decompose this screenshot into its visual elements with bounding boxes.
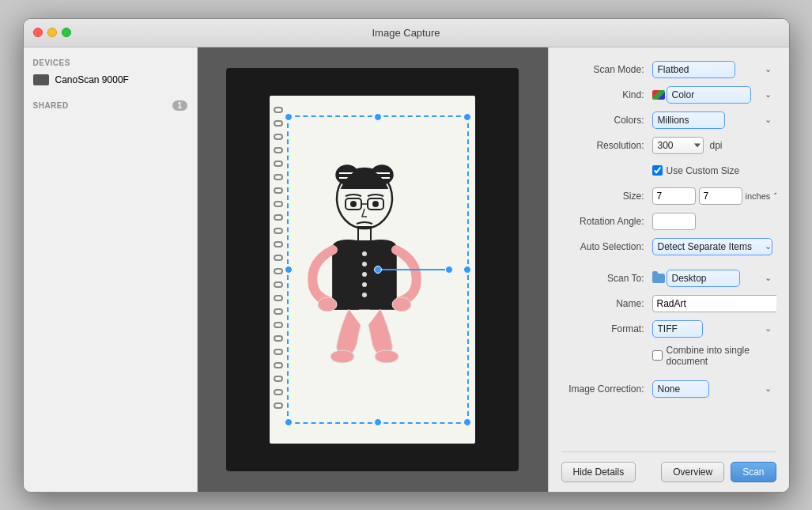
kind-dropdown[interactable]: Color Black & White Text — [667, 86, 751, 104]
device-item-canoscan[interactable]: CanoScan 9000F — [24, 70, 197, 89]
svg-point-19 — [362, 272, 367, 277]
svg-point-17 — [362, 251, 367, 256]
auto-selection-row: Auto Selection: Detect Separate Items No… — [561, 237, 776, 256]
combine-row: Combine into single document — [561, 345, 776, 367]
format-label: Format: — [561, 323, 652, 334]
image-correction-dropdown-wrapper: None Manual — [652, 380, 776, 398]
colors-row: Colors: Millions Thousands 256 — [561, 111, 776, 130]
svg-point-20 — [362, 282, 367, 287]
size-unit-wrapper: inches ⌃ — [746, 191, 776, 201]
resolution-label: Resolution: — [561, 140, 652, 151]
window-title: Image Capture — [372, 27, 440, 39]
svg-point-18 — [362, 262, 367, 266]
colors-dropdown[interactable]: Millions Thousands 256 — [652, 111, 725, 129]
colors-label: Colors: — [561, 115, 652, 126]
sidebar: DEVICES CanoScan 9000F SHARED 1 — [24, 47, 198, 492]
traffic-lights — [33, 28, 71, 37]
svg-point-11 — [372, 201, 379, 207]
svg-point-14 — [392, 297, 411, 312]
main-content: DEVICES CanoScan 9000F SHARED 1 — [24, 47, 789, 492]
devices-section-title: DEVICES — [24, 55, 197, 70]
minimize-button[interactable] — [47, 28, 57, 37]
size-unit-stepper[interactable]: ⌃ — [772, 191, 776, 200]
kind-row: Kind: Color Black & White Text — [561, 85, 776, 104]
folder-icon — [652, 274, 665, 283]
image-correction-row: Image Correction: None Manual — [561, 380, 776, 399]
name-input[interactable] — [652, 295, 776, 312]
svg-point-16 — [375, 350, 398, 363]
close-button[interactable] — [33, 28, 43, 37]
rotation-input[interactable]: 0° — [652, 213, 696, 230]
settings-footer: Hide Details Overview Scan — [561, 451, 776, 492]
name-label: Name: — [561, 298, 652, 309]
image-correction-label: Image Correction: — [561, 383, 652, 395]
svg-point-21 — [362, 293, 367, 297]
rotation-label: Rotation Angle: — [561, 216, 652, 227]
combine-checkbox[interactable] — [652, 350, 663, 361]
sketch-drawing — [285, 135, 444, 372]
color-swatch-icon — [652, 90, 665, 100]
format-dropdown[interactable]: TIFF JPEG PNG PDF — [652, 320, 703, 338]
colors-dropdown-wrapper: Millions Thousands 256 — [652, 111, 776, 129]
scan-button[interactable]: Scan — [731, 462, 776, 482]
settings-panel: Scan Mode: Flatbed Transparency Kind: — [548, 47, 789, 492]
scan-to-dropdown-wrapper: Desktop Documents Pictures — [652, 270, 776, 287]
scan-area — [262, 96, 483, 444]
scan-to-dropdown[interactable]: Desktop Documents Pictures — [667, 270, 740, 287]
rotation-row: Rotation Angle: 0° — [561, 212, 776, 231]
scanner-icon — [33, 74, 49, 85]
dpi-label: dpi — [710, 140, 723, 151]
svg-point-10 — [350, 201, 357, 207]
scan-to-label: Scan To: — [561, 273, 652, 284]
svg-point-15 — [330, 350, 354, 363]
format-dropdown-wrapper: TIFF JPEG PNG PDF — [652, 320, 776, 338]
shared-badge: 1 — [172, 100, 187, 111]
size-height-input[interactable] — [699, 187, 742, 205]
scan-preview[interactable] — [198, 47, 548, 492]
scan-mode-label: Scan Mode: — [561, 64, 652, 75]
combine-label: Combine into single document — [667, 345, 776, 367]
overview-button[interactable]: Overview — [661, 462, 724, 482]
shared-section-title: SHARED 1 — [24, 97, 197, 114]
auto-selection-dropdown-wrapper: Detect Separate Items None — [652, 238, 776, 255]
kind-label: Kind: — [561, 89, 652, 100]
scan-to-row: Scan To: Desktop Documents Pictures — [561, 269, 776, 288]
size-width-input[interactable] — [652, 187, 696, 205]
auto-selection-dropdown[interactable]: Detect Separate Items None — [652, 238, 772, 255]
name-row: Name: — [561, 294, 776, 313]
scan-mode-dropdown-wrapper: Flatbed Transparency — [652, 61, 776, 78]
settings-rows: Scan Mode: Flatbed Transparency Kind: — [561, 60, 776, 445]
size-unit-label: inches — [746, 191, 771, 201]
maximize-button[interactable] — [62, 28, 71, 37]
resolution-row: Resolution: 300 150 600 1200 dpi — [561, 136, 776, 155]
spiral-binding — [270, 96, 287, 444]
custom-size-row: Use Custom Size — [561, 161, 776, 180]
resolution-dropdown-wrapper: 300 150 600 1200 — [652, 137, 704, 154]
size-row: Size: inches ⌃ — [561, 187, 776, 206]
scanner-bed — [226, 68, 519, 471]
shared-section: SHARED 1 — [24, 97, 197, 114]
size-label: Size: — [561, 191, 652, 202]
format-row: Format: TIFF JPEG PNG PDF — [561, 319, 776, 338]
hide-details-button[interactable]: Hide Details — [561, 462, 636, 482]
image-correction-dropdown[interactable]: None Manual — [652, 380, 709, 398]
scan-mode-dropdown[interactable]: Flatbed Transparency — [652, 61, 735, 78]
scan-mode-row: Scan Mode: Flatbed Transparency — [561, 60, 776, 79]
resolution-dropdown[interactable]: 300 150 600 1200 — [652, 137, 704, 154]
custom-size-checkbox[interactable] — [652, 165, 663, 176]
kind-dropdown-wrapper: Color Black & White Text — [652, 86, 776, 104]
titlebar: Image Capture — [24, 19, 789, 47]
auto-selection-label: Auto Selection: — [561, 241, 652, 252]
device-name-label: CanoScan 9000F — [55, 74, 129, 85]
svg-point-13 — [318, 297, 337, 312]
custom-size-label: Use Custom Size — [667, 165, 740, 176]
main-window: Image Capture DEVICES CanoScan 9000F SHA… — [23, 18, 790, 493]
